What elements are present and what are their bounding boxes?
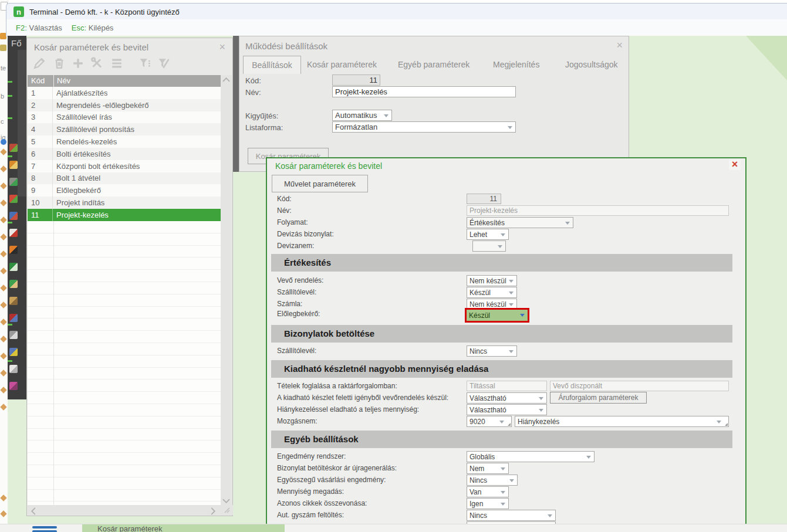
- menu-item-valasztas[interactable]: F2: Választás: [16, 23, 62, 32]
- bookmark-icon: [0, 267, 6, 274]
- app-icon[interactable]: [9, 365, 18, 373]
- bookmark-icon: [0, 353, 6, 359]
- table-row[interactable]: 7Központi bolt értékesítés: [28, 160, 222, 172]
- elolegbekero-select-highlighted[interactable]: Készül: [465, 308, 529, 323]
- tetelek-foglalasa-field[interactable]: Tiltással: [467, 381, 547, 391]
- listaforma-select[interactable]: Formázatlan: [332, 121, 516, 133]
- delete-icon[interactable]: [52, 56, 67, 71]
- tab-megjelenites[interactable]: Megjelenítés: [493, 60, 539, 69]
- chevron-down-icon: [498, 245, 502, 248]
- menu-icon[interactable]: [32, 526, 57, 532]
- mozgasnem-kod-select[interactable]: 9020: [467, 416, 512, 427]
- resize-grip-icon: [508, 423, 511, 426]
- table-header: Kód Név: [28, 75, 222, 87]
- app-icon[interactable]: [9, 212, 18, 220]
- table-row[interactable]: 9Előlegbekérő: [28, 184, 222, 196]
- app-icon[interactable]: [9, 280, 18, 288]
- app-icon[interactable]: [9, 314, 18, 322]
- app-icon[interactable]: [9, 382, 18, 390]
- edge-label: c: [1, 118, 4, 125]
- aruforgalom-parameterek-button[interactable]: Áruforgalom paraméterek: [550, 392, 647, 404]
- app-icon[interactable]: [9, 263, 18, 271]
- close-icon[interactable]: ×: [616, 41, 623, 49]
- hotkey-bar: F2: Választás Esc: Kilépés: [6, 19, 787, 36]
- scroll-up-icon[interactable]: [222, 77, 230, 82]
- tab-beallitasok[interactable]: Beállítások: [243, 56, 301, 74]
- row-folyamat: Folyamat: Értékesítés: [267, 217, 745, 228]
- chevron-down-icon: [520, 314, 525, 317]
- table-row-selected[interactable]: 11Projekt-kezelés: [28, 209, 222, 221]
- row-engedmeny-rendszer: Engedmény rendszer: Globális: [267, 451, 745, 462]
- app-icon[interactable]: [9, 297, 18, 305]
- chevron-down-icon: [509, 280, 514, 283]
- kod-field[interactable]: 11: [467, 194, 501, 204]
- azonos-cikkek-select[interactable]: Igen: [467, 498, 509, 509]
- table-row[interactable]: 10Projekt indítás: [28, 196, 222, 209]
- resize-grip-icon[interactable]: [224, 507, 231, 514]
- row-egyosszegu-engedmeny: Egyösszegű vásárlási engedmény: Nincs: [267, 475, 745, 486]
- app-icon[interactable]: [9, 178, 18, 186]
- app-icon[interactable]: [9, 229, 18, 237]
- scroll-down-icon[interactable]: [222, 499, 230, 503]
- tab-kosar-parameterek[interactable]: Kosár paraméterek: [307, 60, 377, 69]
- scroll-right-icon[interactable]: [211, 507, 215, 515]
- engedmeny-rendszer-select[interactable]: Globális: [467, 451, 595, 462]
- ar-ujrageneralas-select[interactable]: Nem: [467, 463, 509, 474]
- chevron-down-icon: [384, 114, 389, 117]
- devizanem-select[interactable]: [472, 240, 506, 252]
- nev-field[interactable]: Projekt-kezelés: [467, 205, 729, 216]
- mozgasnem-nev-select[interactable]: Hiánykezelés: [515, 416, 729, 427]
- clear-filter-icon[interactable]: [156, 56, 171, 71]
- szallitolevel-select[interactable]: Készül: [467, 287, 517, 298]
- filter-icon[interactable]: [137, 56, 153, 71]
- row-szallitolevel: Szállítólevél: Készül: [267, 287, 745, 298]
- section-kiadhato-keszlet: Kiadható készletnél nagyobb mennyiség el…: [271, 360, 732, 378]
- vevo-diszponalt-field[interactable]: Vevő diszponált: [550, 381, 729, 391]
- app-icon[interactable]: [9, 348, 18, 356]
- field-label: Név:: [245, 88, 261, 97]
- tab-egyeb-parameterek[interactable]: Egyéb paraméterek: [398, 60, 470, 69]
- table-row[interactable]: 8Bolt 1 átvétel: [28, 172, 222, 185]
- taskbar-item-kosar-parameterek[interactable]: Kosár paraméterek: [82, 524, 285, 532]
- edit-icon[interactable]: [32, 56, 47, 71]
- resize-grip-icon: [725, 423, 728, 426]
- bookmark-icon: [0, 404, 6, 410]
- menu-item-kilepes[interactable]: Esc: Kilépés: [72, 23, 114, 32]
- table-row[interactable]: 6Bolti értékesítés: [28, 148, 222, 160]
- mennyiseg-megadas-select[interactable]: Van: [467, 486, 509, 497]
- hianykezeles-select[interactable]: Választható: [467, 404, 547, 415]
- vevo-rendeles-select[interactable]: Nem készül: [467, 275, 517, 286]
- menu-icon[interactable]: [109, 56, 124, 71]
- table-row[interactable]: 5Rendelés-kezelés: [28, 135, 222, 148]
- devizas-bizonylat-select[interactable]: Lehet: [467, 229, 509, 240]
- app-icon[interactable]: [9, 195, 18, 203]
- szallitolevel-betoltes-select[interactable]: Nincs: [467, 345, 517, 357]
- settings-panel-title: Működési beállítások: [245, 41, 327, 51]
- tab-muvelet-parameterek[interactable]: Művelet paraméterek: [272, 175, 368, 192]
- add-icon[interactable]: [70, 56, 86, 71]
- close-icon[interactable]: ×: [729, 160, 741, 170]
- table-row[interactable]: 4Szállítólevél pontosítás: [28, 123, 222, 135]
- app-icon[interactable]: [9, 246, 18, 254]
- vevorendeles-keszul-select[interactable]: Választható: [467, 392, 547, 404]
- egyosszegu-engedmeny-select[interactable]: Nincs: [467, 475, 518, 486]
- scroll-left-icon[interactable]: [31, 507, 36, 515]
- tab-jogosultsagok[interactable]: Jogosultságok: [565, 60, 618, 69]
- app-icon[interactable]: [9, 161, 18, 169]
- bookmark-icon: [0, 148, 6, 155]
- app-icon[interactable]: [9, 331, 18, 339]
- app-icon[interactable]: [9, 144, 18, 152]
- row-mozgasnem: Mozgásnem: 9020 Hiánykezelés: [267, 416, 745, 427]
- tools-icon[interactable]: [89, 56, 104, 71]
- folyamat-select[interactable]: Értékesítés: [467, 217, 573, 228]
- nev-field[interactable]: Projekt-kezelés: [332, 86, 516, 97]
- table-row[interactable]: 2Megrendelés -előlegbekérő: [28, 99, 222, 111]
- horizontal-scrollbar[interactable]: [28, 505, 233, 515]
- kod-field[interactable]: 11: [332, 74, 380, 86]
- aut-gyszam-select[interactable]: Nincs: [467, 510, 556, 521]
- kigyujtes-select[interactable]: Automatikus: [332, 110, 392, 121]
- close-icon[interactable]: ×: [219, 43, 225, 51]
- vertical-scrollbar[interactable]: [221, 75, 232, 506]
- table-row[interactable]: 3Szállítólevél írás: [28, 111, 222, 124]
- table-row[interactable]: 1Ajánlatkészítés: [28, 87, 222, 99]
